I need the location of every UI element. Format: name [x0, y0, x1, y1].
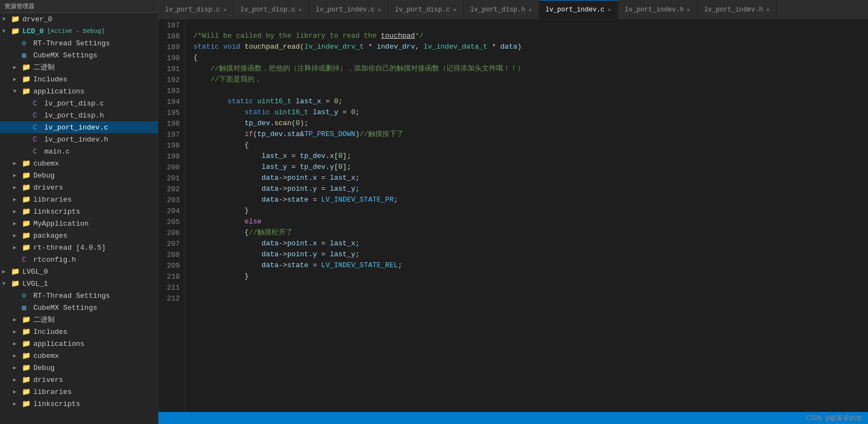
sidebar-item-applications[interactable]: ▼ 📁 applications [0, 85, 158, 97]
code-line-204: } [193, 205, 868, 216]
sidebar-item-lv-port-disp-c[interactable]: C lv_port_disp.c [0, 97, 158, 109]
code-line-191: //触摸对接函数，把他的（注释掉或删掉），添加你自己的触摸对接函数（记得添加头文… [193, 63, 868, 74]
keyword: static [193, 42, 219, 52]
sidebar-item-lv-port-indev-c[interactable]: C lv_port_indev.c [0, 121, 158, 133]
code-line-193 [193, 85, 868, 96]
tab-close-icon[interactable]: ✕ [608, 7, 611, 13]
text: = [317, 173, 329, 184]
sidebar-item-includes2[interactable]: ▶ 📁 Includes [0, 326, 158, 338]
sidebar-item-binary2[interactable]: ▶ 📁 二进制 [0, 314, 158, 326]
line-number: 189 [163, 42, 180, 52]
sidebar-item-lv-port-indev-h[interactable]: C lv_port_indev.h [0, 133, 158, 145]
line-number: 209 [163, 260, 180, 271]
sidebar-item-linkscripts[interactable]: ▶ 📁 linkscripts [0, 205, 158, 217]
param: y [330, 162, 334, 173]
sidebar-item-lvgl1[interactable]: ▼ 📁 LVGL_1 [0, 278, 158, 290]
sidebar-item-myapplication[interactable]: ▶ 📁 MyApplication [0, 217, 158, 229]
text: ; [356, 173, 360, 184]
item-label: 二进制 [33, 62, 55, 72]
item-label: drivers [33, 184, 63, 192]
tab-close-icon[interactable]: ✕ [378, 7, 381, 13]
sidebar-item-includes[interactable]: ▶ 📁 Includes [0, 73, 158, 85]
tab-close-icon[interactable]: ✕ [766, 7, 770, 13]
sidebar-item-rtconfig-h[interactable]: C rtconfig.h [0, 254, 158, 266]
sidebar-item-linkscripts2[interactable]: ▶ 📁 linkscripts [0, 398, 158, 410]
type: uint16_t [257, 96, 291, 107]
number: 0 [296, 118, 300, 129]
sidebar-item-lv-port-disp-h[interactable]: C lv_port_disp.h [0, 109, 158, 121]
tab-lv-port-disp-c3[interactable]: lv_port_disp.c ✕ [388, 0, 464, 19]
tab-lv-port-indev-c2[interactable]: lv_port_indev.c ✕ [539, 0, 618, 19]
text: ; [394, 195, 398, 205]
sidebar-item-binary[interactable]: ▶ 📁 二进制 [0, 61, 158, 73]
text: -> [279, 195, 287, 205]
sidebar-item-drivers[interactable]: ▶ 📁 drivers [0, 181, 158, 193]
sidebar-item-cubemx[interactable]: ▶ 📁 cubemx [0, 157, 158, 169]
sidebar-item-rt-thread-settings[interactable]: ⚙ RT-Thread Settings [0, 37, 158, 49]
number: 0 [334, 96, 339, 107]
sidebar-item-packages[interactable]: ▶ 📁 packages [0, 229, 158, 242]
tab-close-icon[interactable]: ✕ [299, 7, 302, 13]
sidebar-item-debug2[interactable]: ▶ 📁 Debug [0, 362, 158, 374]
code-line-200: last_y = tp_dev . y [ 0 ]; [193, 162, 868, 173]
sidebar-item-libraries[interactable]: ▶ 📁 libraries [0, 193, 158, 205]
sidebar-item-debug[interactable]: ▶ 📁 Debug [0, 169, 158, 181]
arrow-icon: ▼ [13, 89, 22, 95]
text [193, 107, 245, 118]
tab-close-icon[interactable]: ✕ [687, 7, 690, 13]
tab-lv-port-indev-c1[interactable]: lv_port_indev.c ✕ [309, 0, 388, 19]
tab-lv-port-disp-c2[interactable]: lv_port_disp.c ✕ [234, 0, 309, 19]
sidebar-item-drver0[interactable]: ▼ 📁 drver_0 [0, 13, 158, 25]
sidebar-item-libraries2[interactable]: ▶ 📁 libraries [0, 386, 158, 398]
item-label: drver_0 [22, 15, 52, 23]
tab-close-icon[interactable]: ✕ [528, 7, 532, 13]
code-area[interactable]: 187 188 189 190 191 192 193 194 195 196 … [158, 20, 868, 412]
tab-lv-port-indev-h1[interactable]: lv_port_indev.h ✕ [618, 0, 698, 19]
sidebar-item-cubemx-settings2[interactable]: ▦ CubeMX Settings [0, 302, 158, 314]
tab-lv-port-disp-h[interactable]: lv_port_disp.h ✕ [464, 0, 539, 19]
text: , [415, 42, 424, 52]
sidebar-item-rt-thread[interactable]: ▶ 📁 rt-thread [4.0.5] [0, 242, 158, 254]
item-label: lv_port_disp.c [44, 99, 104, 108]
code-line-187 [193, 20, 868, 31]
code-line-206: { //触摸松开了 [193, 227, 868, 238]
arrow-icon: ▶ [13, 232, 22, 239]
tab-lv-port-indev-h2[interactable]: lv_port_indev.h ✕ [698, 0, 777, 19]
file-c-icon: C [33, 148, 43, 156]
settings-icon: ⚙ [22, 291, 32, 300]
item-label: MyApplication [33, 220, 88, 228]
text: = [338, 107, 351, 118]
text [270, 107, 274, 118]
text: -> [279, 173, 287, 184]
folder-icon: 📁 [22, 159, 32, 168]
tab-lv-port-disp-c1[interactable]: lv_port_disp.c ✕ [158, 0, 234, 19]
sidebar-item-applications2[interactable]: ▶ 📁 applications [0, 338, 158, 350]
cube-icon: ▦ [22, 51, 32, 60]
sidebar-item-cubemx2[interactable]: ▶ 📁 cubemx [0, 350, 158, 362]
tab-close-icon[interactable]: ✕ [223, 7, 227, 13]
item-label: main.c [44, 148, 70, 156]
item-label: lv_port_disp.h [44, 111, 104, 120]
line-number: 188 [163, 31, 180, 42]
file-c-icon: C [33, 99, 43, 108]
param: last_y [262, 162, 287, 173]
sidebar-item-lcd0[interactable]: ▼ 📁 LCD_0 [Active - Debug] [0, 25, 158, 37]
sidebar-item-drivers2[interactable]: ▶ 📁 drivers [0, 374, 158, 386]
code-line-205: else [193, 216, 868, 227]
sidebar-item-rt-thread-settings2[interactable]: ⚙ RT-Thread Settings [0, 290, 158, 302]
sidebar-item-lvgl0[interactable]: ▶ 📁 LVGL_0 [0, 266, 158, 278]
sidebar-item-cubemx-settings[interactable]: ▦ CubeMX Settings [0, 49, 158, 61]
text: . [326, 151, 330, 162]
code-content[interactable]: /*Will be called by the library to read … [185, 20, 868, 412]
arrow-icon: ▶ [13, 172, 22, 179]
text: touchpad [381, 31, 415, 42]
arrow-icon: ▶ [2, 268, 11, 275]
tab-close-icon[interactable]: ✕ [453, 7, 457, 13]
main-area: lv_port_disp.c ✕ lv_port_disp.c ✕ lv_por… [158, 0, 868, 424]
sidebar-item-main-c[interactable]: C main.c [0, 145, 158, 157]
type: uint16_t [274, 107, 308, 118]
text: -> [279, 184, 287, 195]
keyword: void [223, 42, 240, 52]
arrow-icon: ▶ [13, 401, 22, 407]
folder-icon: 📁 [22, 243, 32, 252]
